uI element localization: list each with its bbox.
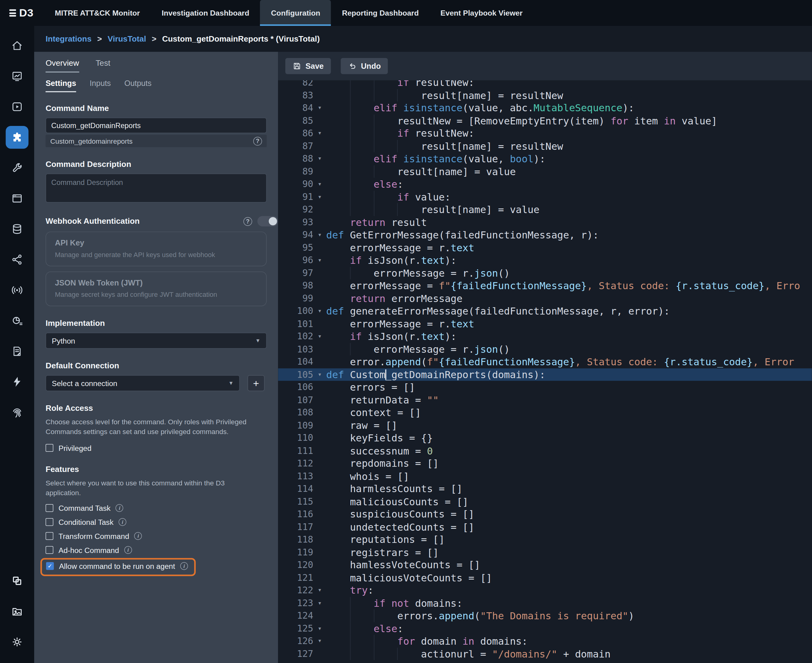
code-line-91[interactable]: 91▾ if value: [278,191,812,203]
sidebar-item-window[interactable] [6,187,29,210]
code-line-82[interactable]: 82 if resultNew: [278,80,812,89]
webhook-toggle[interactable] [257,216,278,226]
fold-arrow-icon[interactable]: ▾ [313,228,326,241]
feature-row-command-task[interactable]: Command Taski [45,504,267,512]
sidebar-item-broadcast[interactable] [6,278,29,301]
fold-arrow-icon[interactable]: ▾ [313,254,326,267]
code-line-103[interactable]: 103 errorMessage = r.json() [278,343,812,356]
code-line-124[interactable]: 124 errors.append("The Domains is requir… [278,609,812,622]
sidebar-item-windows[interactable] [6,569,29,592]
command-description-input[interactable]: Command Description [45,174,267,203]
sidebar-item-automation[interactable] [6,370,29,393]
implementation-select[interactable]: Python ▼ [45,333,267,349]
command-task-checkbox[interactable] [45,504,53,512]
code-line-117[interactable]: 117 undetectedCounts = [] [278,521,812,534]
nav-tab-event-playbook-viewer[interactable]: Event Playbook Viewer [429,0,533,26]
fold-arrow-icon[interactable]: ▾ [313,127,326,140]
fold-arrow-icon[interactable]: ▾ [313,584,326,597]
code-line-101[interactable]: 101 errorMessage = r.text [278,317,812,330]
code-area[interactable]: 82 if resultNew:83 result[name] = result… [278,80,812,663]
nav-tab-mitre-attck-monitor[interactable]: MITRE ATT&CK Monitor [44,0,151,26]
feature-row-allow-command-to-be-run-on-agent[interactable]: ✓Allow command to be run on agenti [46,562,188,570]
sidebar-item-database[interactable] [6,217,29,240]
code-line-112[interactable]: 112 repdomains = [] [278,457,812,470]
feature-row-conditional-task[interactable]: Conditional Taski [45,518,267,526]
code-line-127[interactable]: 127 actionurl = "/domains/" + domain [278,647,812,660]
sidebar-item-video-player[interactable] [6,95,29,118]
info-icon[interactable]: i [124,546,132,554]
code-line-87[interactable]: 87 result[name] = resultNew [278,140,812,152]
code-line-107[interactable]: 107 returnData = "" [278,393,812,406]
tab-overview[interactable]: Overview [45,59,79,73]
feature-row-ad-hoc-command[interactable]: Ad-hoc Commandi [45,546,267,554]
code-line-97[interactable]: 97 errorMessage = r.json() [278,267,812,280]
privileged-checkbox-row[interactable]: Privileged [45,444,267,452]
command-name-input[interactable] [45,118,267,133]
sidebar-item-home[interactable] [6,34,29,57]
code-line-94[interactable]: 94▾def GetErrorMessage(failedFunctionMes… [278,228,812,241]
code-line-121[interactable]: 121 maliciousVoteCounts = [] [278,571,812,584]
code-line-122[interactable]: 122▾ try: [278,584,812,597]
code-line-123[interactable]: 123▾ if not domains: [278,597,812,610]
fold-arrow-icon[interactable]: ▾ [313,330,326,343]
info-icon[interactable]: i [180,562,188,570]
tab-inputs[interactable]: Inputs [90,79,111,92]
privileged-checkbox[interactable] [45,444,53,452]
sidebar-item-tools[interactable] [6,156,29,179]
d3-logo[interactable]: D3 [0,0,44,26]
fold-arrow-icon[interactable]: ▾ [313,622,326,635]
sidebar-item-fingerprint[interactable] [6,401,29,424]
code-line-126[interactable]: 126▾ for domain in domains: [278,635,812,647]
jwt-card[interactable]: JSON Web Token (JWT) Manage secret keys … [45,272,267,306]
code-line-125[interactable]: 125▾ else: [278,622,812,635]
code-line-110[interactable]: 110 keyFields = {} [278,432,812,445]
sidebar-item-file-folder[interactable] [6,600,29,623]
code-line-84[interactable]: 84▾ elif isinstance(value, abc.MutableSe… [278,102,812,114]
webhook-help-icon[interactable]: ? [244,217,252,226]
code-line-92[interactable]: 92 result[name] = value [278,203,812,216]
code-line-118[interactable]: 118 reputations = [] [278,533,812,546]
fold-arrow-icon[interactable]: ▾ [313,635,326,647]
code-line-109[interactable]: 109 raw = [] [278,419,812,432]
code-line-88[interactable]: 88▾ elif isinstance(value, bool): [278,152,812,165]
info-icon[interactable]: i [116,504,123,512]
fold-arrow-icon[interactable]: ▾ [313,178,326,191]
allow-command-to-be-run-on-agent-checkbox[interactable]: ✓ [46,562,54,570]
code-line-108[interactable]: 108 context = [] [278,406,812,419]
feature-row-transform-command[interactable]: Transform Commandi [45,532,267,540]
breadcrumb-integrations[interactable]: Integrations [45,34,91,44]
code-line-100[interactable]: 100▾def generateErrorMessage(failedFunct… [278,305,812,318]
nav-tab-configuration[interactable]: Configuration [260,0,331,26]
code-line-93[interactable]: 93 return result [278,216,812,229]
nav-tab-investigation-dashboard[interactable]: Investigation Dashboard [151,0,260,26]
conditional-task-checkbox[interactable] [45,518,53,526]
fold-arrow-icon[interactable]: ▾ [313,102,326,114]
transform-command-checkbox[interactable] [45,532,53,540]
fold-arrow-icon[interactable]: ▾ [313,368,326,381]
code-line-111[interactable]: 111 successnum = 0 [278,444,812,457]
tab-settings[interactable]: Settings [45,79,76,92]
fold-arrow-icon[interactable]: ▾ [313,305,326,318]
code-line-85[interactable]: 85 resultNew = [RemoveEmptyEntry(item) f… [278,114,812,127]
code-line-105[interactable]: 105▾def Custom_getDomainReports(domains)… [278,368,812,381]
code-line-106[interactable]: 106 errors = [] [278,381,812,394]
code-line-95[interactable]: 95 errorMessage = r.text [278,241,812,254]
help-icon[interactable]: ? [253,137,262,146]
sidebar-item-monitoring[interactable] [6,309,29,332]
code-line-102[interactable]: 102▾ if isJson(r.text): [278,330,812,343]
api-key-card[interactable]: API Key Manage and generate the API keys… [45,232,267,267]
code-line-119[interactable]: 119 registrars = [] [278,546,812,559]
code-line-114[interactable]: 114 harmlessCounts = [] [278,482,812,495]
sidebar-item-integrations[interactable] [6,126,29,149]
code-line-104[interactable]: 104 error.append(f"{failedFunctionMessag… [278,356,812,368]
save-button[interactable]: Save [285,58,331,74]
code-line-116[interactable]: 116 suspiciousCounts = [] [278,508,812,521]
code-line-98[interactable]: 98 errorMessage = f"{failedFunctionMessa… [278,280,812,292]
sidebar-item-dashboard[interactable] [6,65,29,87]
fold-arrow-icon[interactable]: ▾ [313,152,326,165]
code-line-115[interactable]: 115 maliciousCounts = [] [278,495,812,508]
tab-outputs[interactable]: Outputs [124,79,152,92]
code-line-89[interactable]: 89 result[name] = value [278,165,812,178]
code-line-120[interactable]: 120 hamlessVoteCounts = [] [278,558,812,571]
fold-arrow-icon[interactable]: ▾ [313,191,326,203]
